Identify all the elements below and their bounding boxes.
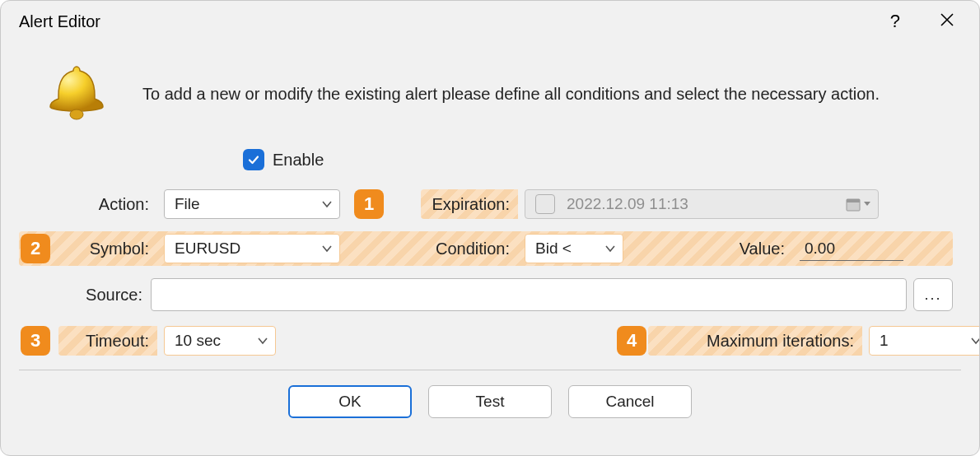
- titlebar: Alert Editor ?: [1, 1, 979, 42]
- chevron-down-icon: [321, 198, 333, 210]
- row-action-expiration: Action: File 1 Expiration: 2022.12.09 11…: [19, 187, 953, 221]
- timeout-value: 10 sec: [175, 332, 221, 350]
- value-value: 0.00: [805, 240, 835, 258]
- maxiter-value: 1: [880, 332, 889, 350]
- source-label: Source:: [52, 286, 151, 305]
- intro-text: To add a new or modify the existing aler…: [142, 60, 880, 104]
- expiration-field[interactable]: 2022.12.09 11:13: [525, 189, 879, 219]
- check-icon: [243, 149, 264, 170]
- callout-marker-2: 2: [21, 234, 50, 263]
- svg-point-0: [70, 109, 83, 119]
- chevron-down-icon: [604, 243, 616, 254]
- callout-marker-4: 4: [617, 326, 646, 356]
- symbol-dropdown[interactable]: EURUSD: [164, 234, 340, 263]
- alert-editor-window: Alert Editor ?: [0, 0, 980, 456]
- source-input[interactable]: [151, 278, 907, 311]
- window-title: Alert Editor: [19, 12, 100, 31]
- help-button[interactable]: ?: [890, 11, 900, 32]
- action-label: Action:: [58, 195, 157, 214]
- enable-label: Enable: [273, 151, 324, 170]
- chevron-down-icon: [321, 243, 333, 254]
- symbol-label: Symbol:: [58, 240, 157, 258]
- timeout-dropdown[interactable]: 10 sec: [164, 326, 276, 356]
- cancel-button[interactable]: Cancel: [568, 385, 692, 418]
- symbol-value: EURUSD: [175, 240, 240, 258]
- close-button[interactable]: [940, 11, 954, 32]
- condition-dropdown[interactable]: Bid <: [525, 234, 623, 263]
- ok-button[interactable]: OK: [288, 385, 412, 418]
- expiration-checkbox[interactable]: [535, 194, 555, 214]
- callout-marker-1: 1: [354, 189, 384, 219]
- enable-checkbox[interactable]: Enable: [243, 149, 324, 170]
- condition-label: Condition:: [421, 240, 518, 258]
- maxiter-dropdown[interactable]: 1: [869, 326, 980, 356]
- row-timeout-maxiter: 3 Timeout: 10 sec 4 Maximum iterations: …: [19, 323, 953, 358]
- condition-value: Bid <: [535, 240, 572, 258]
- button-bar: OK Test Cancel: [1, 370, 979, 433]
- intro-row: To add a new or modify the existing aler…: [19, 60, 961, 126]
- value-label: Value:: [645, 240, 793, 258]
- action-value: File: [175, 195, 200, 213]
- action-dropdown[interactable]: File: [164, 189, 340, 219]
- row-symbol-condition: 2 Symbol: EURUSD Condition: Bid < Value:…: [19, 231, 953, 266]
- row-source: Source: ...: [19, 277, 953, 312]
- value-input[interactable]: 0.00: [800, 236, 903, 261]
- maxiter-label: Maximum iterations:: [648, 326, 862, 356]
- chevron-down-icon: [970, 335, 980, 347]
- expiration-value: 2022.12.09 11:13: [567, 195, 688, 213]
- bell-icon: [44, 60, 110, 126]
- enable-row: Enable: [19, 142, 953, 177]
- test-button[interactable]: Test: [428, 385, 552, 418]
- expiration-label: Expiration:: [421, 189, 518, 219]
- window-controls: ?: [890, 11, 954, 32]
- calendar-icon[interactable]: [845, 196, 871, 212]
- callout-marker-3: 3: [21, 326, 50, 356]
- timeout-label: Timeout:: [58, 326, 157, 356]
- svg-rect-2: [847, 199, 860, 202]
- browse-button[interactable]: ...: [913, 278, 953, 311]
- chevron-down-icon: [257, 335, 268, 347]
